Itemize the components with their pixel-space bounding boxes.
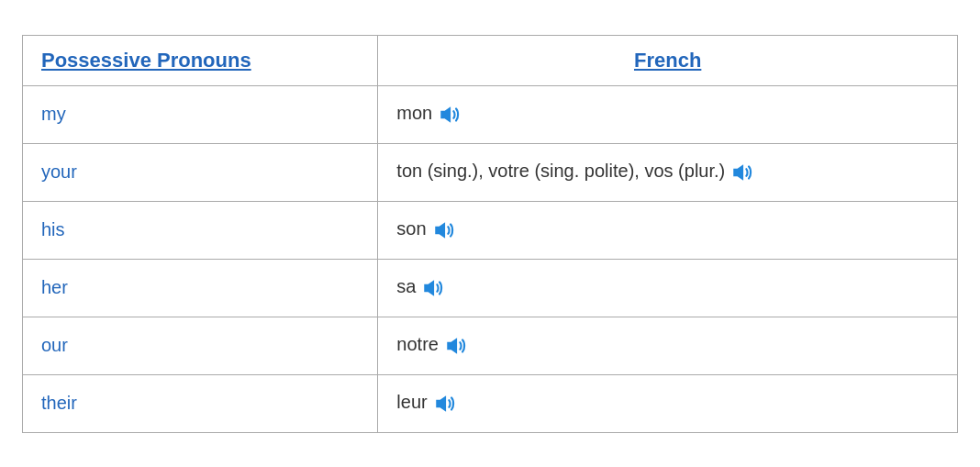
sound-button[interactable]	[730, 161, 754, 184]
sound-button[interactable]	[432, 218, 456, 242]
svg-marker-4	[447, 338, 457, 353]
french-text: ton (sing.), votre (sing. polite), vos (…	[396, 161, 725, 181]
english-cell: my	[23, 85, 378, 143]
svg-marker-2	[435, 222, 445, 238]
french-cell: ton (sing.), votre (sing. polite), vos (…	[378, 143, 957, 201]
french-cell: mon	[378, 85, 957, 143]
english-cell: his	[23, 201, 378, 259]
svg-marker-3	[425, 280, 435, 295]
english-cell: your	[23, 143, 378, 201]
french-text: sa	[396, 276, 416, 296]
table-row: hisson	[23, 201, 957, 259]
col1-header: Possessive Pronouns	[23, 36, 378, 86]
svg-marker-0	[440, 106, 451, 122]
table-row: mymon	[23, 85, 957, 143]
french-cell: leur	[378, 374, 957, 432]
table-row: yourton (sing.), votre (sing. polite), v…	[23, 143, 957, 201]
table-row: hersa	[23, 259, 957, 317]
header-row: Possessive Pronouns French	[23, 36, 957, 86]
french-text: mon	[396, 103, 432, 123]
svg-marker-1	[734, 164, 744, 180]
english-cell: her	[23, 259, 378, 317]
possessive-pronouns-table: Possessive Pronouns French mymon yourton…	[23, 36, 957, 432]
sound-button[interactable]	[421, 276, 445, 300]
french-cell: sa	[378, 259, 957, 317]
sound-button[interactable]	[438, 103, 462, 127]
french-cell: notre	[378, 317, 957, 374]
sound-button[interactable]	[444, 334, 468, 358]
main-table-container: Possessive Pronouns French mymon yourton…	[22, 35, 958, 433]
english-cell: their	[23, 374, 378, 432]
sound-button[interactable]	[433, 392, 457, 416]
french-cell: son	[378, 201, 957, 259]
svg-marker-5	[436, 395, 446, 411]
col2-header: French	[378, 36, 957, 86]
french-text: notre	[396, 334, 439, 354]
french-text: son	[396, 218, 426, 239]
table-row: theirleur	[23, 374, 957, 432]
english-cell: our	[23, 317, 378, 374]
french-text: leur	[396, 392, 427, 412]
table-row: ournotre	[23, 317, 957, 374]
